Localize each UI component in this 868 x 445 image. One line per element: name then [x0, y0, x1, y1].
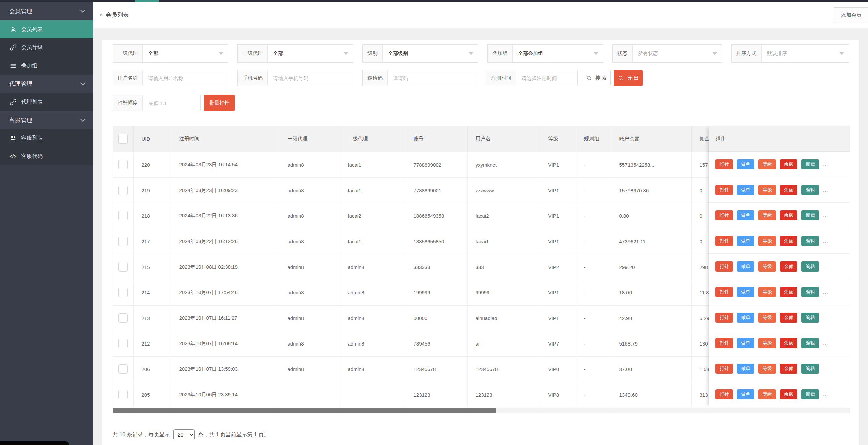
inject-button[interactable]: 打针 — [715, 338, 733, 348]
make-order-button[interactable]: 做单 — [737, 287, 754, 297]
filter-agent2-select[interactable]: 全部 — [268, 45, 353, 62]
inject-button[interactable]: 打针 — [715, 236, 733, 246]
cell-level: VIP0 — [540, 356, 576, 382]
inject-button[interactable]: 打针 — [715, 364, 733, 374]
username-input[interactable] — [143, 70, 228, 86]
row-checkbox[interactable] — [118, 364, 128, 374]
edit-button[interactable]: 编辑 — [802, 236, 819, 246]
balance-button[interactable]: 余额 — [780, 287, 798, 297]
make-order-button[interactable]: 做单 — [737, 210, 754, 220]
make-order-button[interactable]: 做单 — [737, 236, 754, 246]
edit-button[interactable]: 编辑 — [802, 210, 819, 220]
balance-button[interactable]: 余额 — [780, 262, 798, 272]
make-order-button[interactable]: 做单 — [737, 364, 754, 374]
cell-username: zzzwww — [467, 177, 540, 203]
more-actions-button[interactable]: ... — [823, 187, 828, 192]
row-checkbox[interactable] — [118, 185, 128, 195]
inject-button[interactable]: 打针 — [715, 159, 733, 169]
export-button[interactable]: 导 出 — [614, 70, 643, 86]
phone-input[interactable] — [268, 70, 353, 86]
sidebar-item-member-level[interactable]: 会员等级 — [0, 38, 93, 56]
balance-button[interactable]: 余额 — [780, 159, 798, 169]
sidebar-group-service-management[interactable]: 客服管理 — [0, 111, 93, 129]
row-checkbox[interactable] — [118, 160, 128, 169]
select-all-checkbox[interactable] — [118, 134, 128, 144]
inject-button[interactable]: 打针 — [715, 313, 733, 323]
row-checkbox[interactable] — [118, 262, 128, 272]
reg-time-input[interactable] — [516, 70, 578, 86]
sidebar-item-service-list[interactable]: 客服列表 — [0, 129, 93, 147]
more-actions-button[interactable]: ... — [823, 340, 828, 346]
row-checkbox[interactable] — [118, 211, 128, 220]
sidebar-item-service-code[interactable]: </> 客服代码 — [0, 147, 93, 166]
sidebar-group-member-management[interactable]: 会员管理 — [0, 2, 93, 20]
inject-button[interactable]: 打针 — [715, 287, 733, 297]
balance-button[interactable]: 余额 — [780, 313, 798, 323]
more-actions-button[interactable]: ... — [823, 212, 828, 218]
balance-button[interactable]: 余额 — [780, 210, 798, 220]
sidebar-item-member-list[interactable]: 会员列表 — [0, 20, 93, 38]
sidebar-item-stack-group[interactable]: 叠加组 — [0, 56, 93, 75]
edit-button[interactable]: 编辑 — [802, 364, 819, 374]
edit-button[interactable]: 编辑 — [802, 338, 819, 348]
row-checkbox[interactable] — [118, 288, 128, 297]
filter-level-select[interactable]: 全部级别 — [382, 45, 478, 62]
level-button[interactable]: 等级 — [758, 185, 776, 195]
inject-button[interactable]: 打针 — [715, 389, 733, 399]
add-member-button[interactable]: 添加会员 — [833, 7, 868, 23]
sidebar-item-agent-list[interactable]: 代理列表 — [0, 93, 93, 111]
more-actions-button[interactable]: ... — [823, 366, 828, 372]
edit-button[interactable]: 编辑 — [802, 159, 819, 169]
inject-range-input[interactable] — [143, 95, 200, 111]
more-actions-button[interactable]: ... — [823, 315, 828, 320]
balance-button[interactable]: 余额 — [780, 389, 798, 399]
sidebar-group-agent-management[interactable]: 代理管理 — [0, 75, 93, 93]
level-button[interactable]: 等级 — [758, 262, 776, 272]
level-button[interactable]: 等级 — [758, 389, 776, 399]
filter-stack-group-select[interactable]: 全部叠加组 — [513, 45, 603, 62]
make-order-button[interactable]: 做单 — [737, 262, 754, 272]
edit-button[interactable]: 编辑 — [802, 389, 819, 399]
more-actions-button[interactable]: ... — [823, 264, 828, 269]
balance-button[interactable]: 余额 — [780, 236, 798, 246]
balance-button[interactable]: 余额 — [780, 364, 798, 374]
level-button[interactable]: 等级 — [758, 313, 776, 323]
export-button-label: 导 出 — [627, 75, 639, 81]
level-button[interactable]: 等级 — [758, 159, 776, 169]
invite-code-input[interactable] — [388, 70, 478, 86]
row-checkbox[interactable] — [118, 339, 128, 348]
page-size-select[interactable]: 20 — [173, 429, 195, 440]
more-actions-button[interactable]: ... — [823, 289, 828, 295]
level-button[interactable]: 等级 — [758, 236, 776, 246]
inject-button[interactable]: 打针 — [715, 262, 733, 272]
more-actions-button[interactable]: ... — [823, 161, 828, 167]
make-order-button[interactable]: 做单 — [737, 185, 754, 195]
edit-button[interactable]: 编辑 — [802, 287, 819, 297]
more-actions-button[interactable]: ... — [823, 391, 828, 397]
edit-button[interactable]: 编辑 — [802, 262, 819, 272]
filter-status-select[interactable]: 所有状态 — [632, 45, 722, 62]
make-order-button[interactable]: 做单 — [737, 313, 754, 323]
balance-button[interactable]: 余额 — [780, 185, 798, 195]
batch-inject-button[interactable]: 批量打针 — [204, 95, 235, 111]
filter-sort-select[interactable]: 默认排序 — [762, 45, 849, 62]
balance-button[interactable]: 余额 — [780, 338, 798, 348]
level-button[interactable]: 等级 — [758, 210, 776, 220]
level-button[interactable]: 等级 — [758, 287, 776, 297]
row-checkbox[interactable] — [118, 390, 128, 399]
row-checkbox[interactable] — [118, 313, 128, 323]
row-checkbox[interactable] — [118, 237, 128, 246]
horizontal-scrollbar-thumb[interactable] — [113, 408, 496, 413]
edit-button[interactable]: 编辑 — [802, 185, 819, 195]
make-order-button[interactable]: 做单 — [737, 389, 754, 399]
edit-button[interactable]: 编辑 — [802, 313, 819, 323]
inject-button[interactable]: 打针 — [715, 210, 733, 220]
more-actions-button[interactable]: ... — [823, 238, 828, 244]
make-order-button[interactable]: 做单 — [737, 338, 754, 348]
level-button[interactable]: 等级 — [758, 338, 776, 348]
make-order-button[interactable]: 做单 — [737, 159, 754, 169]
filter-agent1-select[interactable]: 全部 — [143, 45, 228, 62]
search-button[interactable]: 搜 索 — [582, 70, 611, 86]
inject-button[interactable]: 打针 — [715, 185, 733, 195]
level-button[interactable]: 等级 — [758, 364, 776, 374]
